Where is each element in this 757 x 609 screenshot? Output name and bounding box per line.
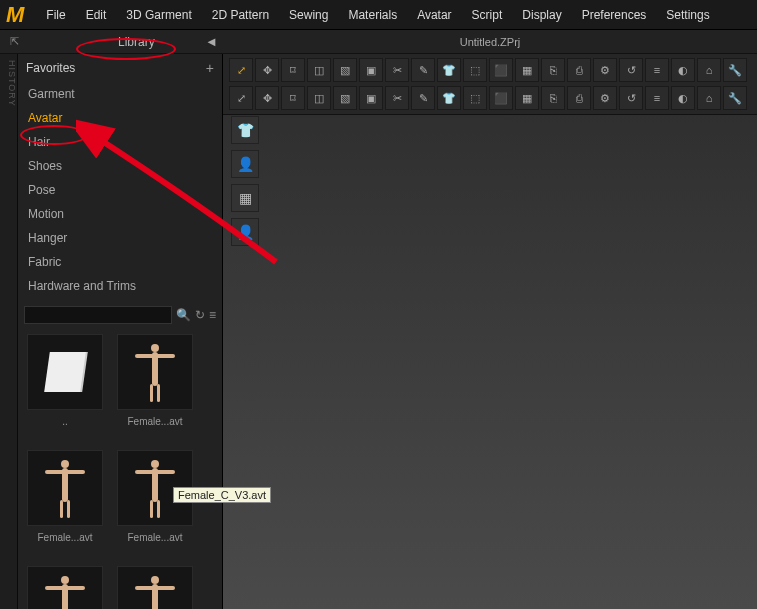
menu-edit[interactable]: Edit [76,0,117,30]
tool-button[interactable]: ⌂ [697,58,721,82]
menu-script[interactable]: Script [462,0,513,30]
tool-button[interactable]: ✥ [255,86,279,110]
tool-button[interactable]: ⌂ [697,86,721,110]
tool-button[interactable]: ⎘ [541,86,565,110]
tool-button[interactable]: ◫ [307,86,331,110]
favorites-label: Favorites [26,61,75,75]
thumbnail-item[interactable] [114,566,196,609]
tool-button[interactable]: ⚙ [593,58,617,82]
tool-button[interactable]: ▣ [359,86,383,110]
tool-button[interactable]: 🔧 [723,58,747,82]
tool-button[interactable]: ✎ [411,58,435,82]
tool-button[interactable]: ✂ [385,86,409,110]
avatar-icon [45,458,85,518]
tool-button[interactable]: ✎ [411,86,435,110]
sidebar-item-pose[interactable]: Pose [18,178,222,202]
refresh-icon[interactable]: ↻ [195,308,205,322]
tool-button[interactable]: 🔧 [723,86,747,110]
menu-avatar[interactable]: Avatar [407,0,461,30]
history-strip[interactable]: HISTORY [0,54,18,609]
add-favorite-icon[interactable]: + [206,60,214,76]
tool-button[interactable]: ⬚ [463,58,487,82]
search-row: 🔍 ↻ ≡ [24,306,216,324]
sidebar-item-garment[interactable]: Garment [18,82,222,106]
avatar-icon [135,574,175,609]
library-sidebar: Favorites + GarmentAvatarHairShoesPoseMo… [18,54,223,609]
texture-icon[interactable]: ▦ [231,184,259,212]
tool-button[interactable]: ◫ [307,58,331,82]
search-icon[interactable]: 🔍 [176,308,191,322]
avatar-icon[interactable]: 👤 [231,150,259,178]
folder-icon [44,352,86,392]
avatar-icon [45,574,85,609]
menu-file[interactable]: File [36,0,75,30]
tool-button[interactable]: 👕 [437,58,461,82]
menu-materials[interactable]: Materials [338,0,407,30]
sidebar-item-fabric[interactable]: Fabric [18,250,222,274]
tool-button[interactable]: ▧ [333,86,357,110]
popout-icon[interactable]: ⇱ [10,35,19,48]
tool-button[interactable]: ⌑ [281,58,305,82]
sidebar-item-hardware-and-trims[interactable]: Hardware and Trims [18,274,222,298]
thumbnail-item[interactable]: Female...avt [24,450,106,550]
sidebar-item-hair[interactable]: Hair [18,130,222,154]
tool-button[interactable]: ⌑ [281,86,305,110]
viewport-3d[interactable]: ⤢✥⌑◫▧▣✂✎👕⬚⬛▦⎘⎙⚙↺≡◐⌂🔧⤢✥⌑◫▧▣✂✎👕⬚⬛▦⎘⎙⚙↺≡◐⌂🔧… [223,54,757,609]
avatar-icon [135,458,175,518]
thumbnail-item[interactable]: .. [24,334,106,434]
menu-sewing[interactable]: Sewing [279,0,338,30]
sidebar-item-hanger[interactable]: Hanger [18,226,222,250]
thumbnail-label: Female...avt [25,532,105,543]
tool-button[interactable]: ↺ [619,86,643,110]
search-input[interactable] [24,306,172,324]
sidebar-item-shoes[interactable]: Shoes [18,154,222,178]
menu-preferences[interactable]: Preferences [572,0,657,30]
tool-button[interactable]: ◐ [671,86,695,110]
menu-3d-garment[interactable]: 3D Garment [116,0,201,30]
tool-button[interactable]: ⚙ [593,86,617,110]
garment-icon[interactable]: 👕 [231,116,259,144]
tool-button[interactable]: ≡ [645,86,669,110]
app-logo: M [6,2,24,28]
tool-button[interactable]: ◐ [671,58,695,82]
thumbnail-grid: ..Female...avtFemale...avtFemale...avt [18,328,222,609]
tool-button[interactable]: ≡ [645,58,669,82]
list-view-icon[interactable]: ≡ [209,308,216,322]
thumbnail-item[interactable] [24,566,106,609]
tool-button[interactable]: ⎙ [567,86,591,110]
sidebar-item-avatar[interactable]: Avatar [18,106,222,130]
menu-display[interactable]: Display [512,0,571,30]
tool-button[interactable]: ✥ [255,58,279,82]
tool-button[interactable]: ↺ [619,58,643,82]
tool-button[interactable]: ⬚ [463,86,487,110]
profile-icon[interactable]: 👤 [231,218,259,246]
tool-button[interactable]: ⎘ [541,58,565,82]
viewport-side-tools: 👕👤▦👤 [231,116,259,246]
menu-settings[interactable]: Settings [656,0,719,30]
tool-button[interactable]: ⤢ [229,86,253,110]
thumbnail-label: .. [25,416,105,427]
tool-button[interactable]: ▣ [359,58,383,82]
tool-button[interactable]: 👕 [437,86,461,110]
library-tab[interactable]: Library [118,35,155,49]
thumbnail-label: Female...avt [115,416,195,427]
back-arrow-icon[interactable]: ◄ [205,34,218,49]
tool-button[interactable]: ⎙ [567,58,591,82]
tool-button[interactable]: ⬛ [489,86,513,110]
tool-button[interactable]: ⤢ [229,58,253,82]
tool-button[interactable]: ▧ [333,58,357,82]
tool-button[interactable]: ⬛ [489,58,513,82]
tool-button[interactable]: ▦ [515,58,539,82]
thumbnail-item[interactable]: Female...avt [114,334,196,434]
tool-button[interactable]: ▦ [515,86,539,110]
thumbnail-label: Female...avt [115,532,195,543]
menu-2d-pattern[interactable]: 2D Pattern [202,0,279,30]
sidebar-item-motion[interactable]: Motion [18,202,222,226]
avatar-icon [135,342,175,402]
tooltip: Female_C_V3.avt [173,487,271,503]
tool-button[interactable]: ✂ [385,58,409,82]
favorites-header: Favorites + [18,54,222,82]
document-title: Untitled.ZPrj [460,36,521,48]
viewport-toolbar: ⤢✥⌑◫▧▣✂✎👕⬚⬛▦⎘⎙⚙↺≡◐⌂🔧⤢✥⌑◫▧▣✂✎👕⬚⬛▦⎘⎙⚙↺≡◐⌂🔧 [223,54,757,115]
header-subbar: ⇱ Library ◄ Untitled.ZPrj [0,30,757,54]
